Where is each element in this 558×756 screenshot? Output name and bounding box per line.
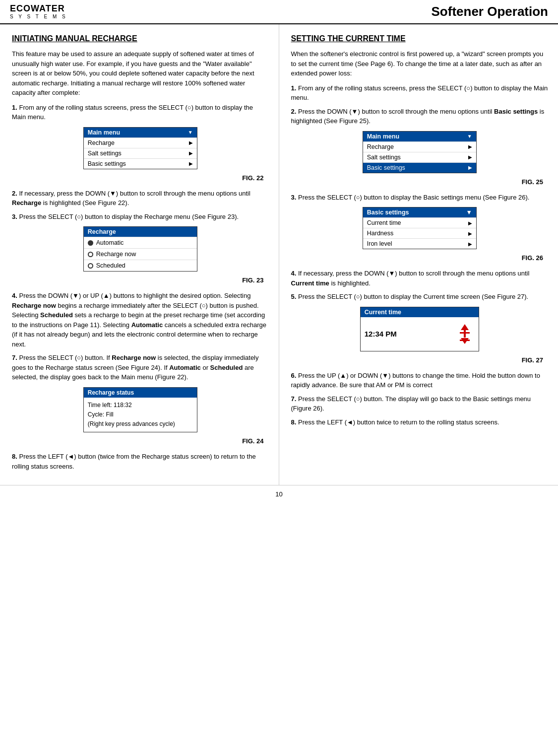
right-step-3-num: 3.: [291, 194, 298, 201]
fig26-container: Basic settings ▼ Current time ▶ Hardness…: [291, 207, 549, 262]
right-step-5: 5. Press the SELECT (○) button to displa…: [291, 292, 549, 302]
fig24-line-3: (Right key press advances cycle): [88, 419, 193, 429]
fig23-item-2: Recharge now: [84, 248, 197, 260]
fig27-time: 12:34 PM: [365, 330, 397, 338]
fig23-radio-2: [88, 252, 93, 257]
right-step-7-num: 7.: [291, 395, 298, 403]
fig26-arrow: ▼: [466, 209, 472, 216]
diamond-arrows-icon: [455, 323, 475, 345]
fig26-title: Basic settings: [367, 209, 409, 216]
fig23-item-1-label: Automatic: [96, 239, 124, 246]
step-8-left-num: 8.: [12, 453, 19, 460]
right-step-4: 4. If necessary, press the DOWN (▼) butt…: [291, 269, 549, 288]
fig26-item-3-label: Iron level: [367, 240, 392, 247]
step-2-text: If necessary, press the DOWN (▼) button …: [12, 190, 250, 207]
step-1-text: From any of the rolling status screens, …: [12, 104, 253, 121]
step-4: 4. Press the DOWN (▼) or UP (▲) buttons …: [12, 291, 269, 349]
step-3: 3. Press the SELECT (○) button to displa…: [12, 212, 269, 222]
fig26-item-3-arrow: ▶: [468, 241, 472, 247]
right-step-1-num: 1.: [291, 84, 298, 92]
step-2-num: 2.: [12, 190, 19, 197]
fig25-item-3-arrow: ▶: [468, 165, 472, 170]
logo: ECOWATER S Y S T E M S: [10, 4, 67, 19]
fig22-arrow: ▼: [188, 130, 193, 135]
right-step-7: 7. Press the SELECT (○) button. The disp…: [291, 394, 549, 413]
fig25-container: Main menu ▼ Recharge ▶ Salt settings ▶ B…: [291, 131, 549, 186]
fig25-item-2-arrow: ▶: [468, 154, 472, 160]
fig26-item-2-arrow: ▶: [468, 231, 472, 236]
right-step-2-num: 2.: [291, 108, 298, 115]
step-3-num: 3.: [12, 213, 19, 220]
logo-sub: S Y S T E M S: [10, 14, 67, 19]
right-step-7-text: Press the SELECT (○) button. The display…: [291, 395, 531, 412]
fig23-radio-1: [88, 240, 93, 246]
fig23-container: Recharge Automatic Recharge now Schedule…: [12, 226, 269, 284]
fig23-label: FIG. 23: [12, 276, 264, 284]
fig22-item-1-label: Recharge: [88, 139, 115, 146]
fig24-label: FIG. 24: [12, 437, 264, 445]
right-step-1-text: From any of the rolling status screens, …: [291, 84, 548, 102]
right-intro: When the softener's electronic control i…: [291, 49, 549, 78]
step-4-num: 4.: [12, 292, 19, 299]
page-title: Softener Operation: [432, 4, 548, 19]
step-1-num: 1.: [12, 104, 19, 111]
step-7-num: 7.: [12, 354, 19, 361]
fig22-item-1-arrow: ▶: [189, 140, 193, 145]
fig23-menu: Recharge Automatic Recharge now Schedule…: [83, 226, 197, 272]
step-4-text: Press the DOWN (▼) or UP (▲) buttons to …: [12, 292, 266, 348]
fig25-item-3-label: Basic settings: [367, 164, 405, 171]
fig26-item-1-label: Current time: [367, 219, 401, 226]
right-step-5-num: 5.: [291, 293, 298, 300]
step-8-left: 8. Press the LEFT (◄) button (twice from…: [12, 452, 269, 471]
page-header: ECOWATER S Y S T E M S Softener Operatio…: [0, 0, 558, 24]
fig26-item-2-label: Hardness: [367, 230, 394, 237]
fig25-title: Main menu: [367, 133, 399, 140]
fig22-label: FIG. 22: [12, 174, 264, 182]
fig23-item-1: Automatic: [84, 237, 197, 248]
fig25-menu: Main menu ▼ Recharge ▶ Salt settings ▶ B…: [363, 131, 477, 173]
right-step-4-text: If necessary, press the DOWN (▼) button …: [291, 270, 530, 287]
fig27-header: Current time: [361, 307, 479, 317]
fig24-box: Recharge status Time left: 118:32 Cycle:…: [83, 387, 197, 433]
step-2: 2. If necessary, press the DOWN (▼) butt…: [12, 189, 269, 208]
fig25-item-2: Salt settings ▶: [363, 152, 476, 162]
fig22-item-3-arrow: ▶: [189, 161, 193, 166]
fig22-item-3-label: Basic settings: [88, 160, 126, 167]
right-step-6-num: 6.: [291, 372, 298, 379]
page-number: 10: [0, 485, 558, 503]
right-step-4-num: 4.: [291, 270, 298, 277]
fig26-item-1-arrow: ▶: [468, 220, 472, 226]
main-content: INITIATING MANUAL RECHARGE This feature …: [0, 24, 558, 485]
fig24-header: Recharge status: [84, 388, 197, 398]
fig24-line-2: Cycle: Fill: [88, 410, 193, 419]
fig22-title: Main menu: [88, 129, 120, 136]
step-7: 7. Press the SELECT (○) button. If Recha…: [12, 353, 269, 382]
step-7-text: Press the SELECT (○) button. If Recharge…: [12, 354, 259, 381]
right-section-title: SETTING THE CURRENT TIME: [291, 34, 549, 43]
fig25-arrow: ▼: [467, 134, 472, 139]
fig25-header: Main menu ▼: [363, 132, 476, 141]
fig22-menu: Main menu ▼ Recharge ▶ Salt settings ▶ B…: [83, 127, 197, 169]
right-step-2: 2. Press the DOWN (▼) button to scroll t…: [291, 107, 549, 126]
fig25-item-2-label: Salt settings: [367, 154, 401, 161]
fig24-body: Time left: 118:32 Cycle: Fill (Right key…: [84, 398, 197, 432]
fig22-item-2: Salt settings ▶: [84, 148, 197, 158]
fig22-item-2-arrow: ▶: [189, 150, 193, 156]
fig22-item-1: Recharge ▶: [84, 137, 197, 148]
fig22-item-3: Basic settings ▶: [84, 158, 197, 169]
right-step-2-text: Press the DOWN (▼) button to scroll thro…: [291, 108, 545, 125]
right-step-5-text: Press the SELECT (○) button to display t…: [298, 293, 528, 300]
logo-name: ECOWATER: [10, 4, 67, 14]
fig26-item-1: Current time ▶: [363, 217, 476, 228]
fig26-header: Basic settings ▼: [363, 207, 476, 217]
fig26-item-2: Hardness ▶: [363, 228, 476, 238]
fig26-menu: Basic settings ▼ Current time ▶ Hardness…: [363, 207, 477, 249]
left-section-title: INITIATING MANUAL RECHARGE: [12, 34, 269, 43]
fig27-body: 12:34 PM: [361, 317, 479, 351]
fig25-label: FIG. 25: [291, 178, 544, 186]
plus-v-icon: [464, 329, 466, 338]
fig24-line-1: Time left: 118:32: [88, 401, 193, 410]
fig23-header: Recharge: [84, 227, 197, 237]
fig22-item-2-label: Salt settings: [88, 150, 122, 157]
right-step-6-text: Press the UP (▲) or DOWN (▼) buttons to …: [291, 372, 540, 389]
